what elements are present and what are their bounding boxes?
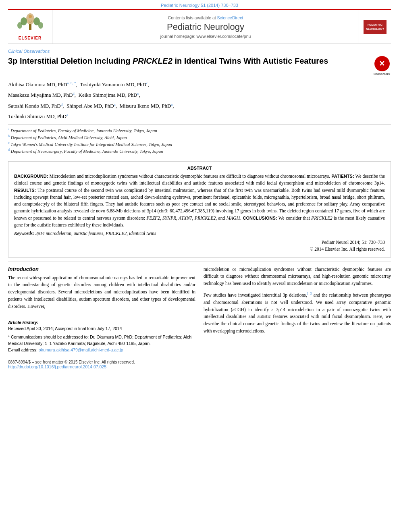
received-text: Received April 30, 2014; Accepted in fin… — [8, 326, 195, 332]
title-italic: PRICKLE2 — [133, 56, 172, 65]
authors-line-2: Masakazu Miyajima MD, PhDd, Keiko Shimoj… — [8, 91, 391, 100]
affil-c: c Tokyo Women's Medical University Insti… — [8, 141, 391, 148]
elsevier-tree-icon — [14, 13, 46, 34]
author-8: Toshiaki Shimizu MD, PhDa — [8, 113, 68, 119]
genes-and: and — [217, 216, 227, 220]
elsevier-logo-block: ELSEVIER — [8, 10, 52, 44]
author-3: Masakazu Miyajima MD, PhDd, — [8, 92, 77, 98]
conclusions-label: CONCLUSIONS: — [243, 216, 277, 220]
intro-p3-cont: and the relationship between phenotypes … — [204, 293, 391, 333]
col-left: Introduction The recent widespread appli… — [8, 266, 195, 370]
citation-text: Pediatric Neurology 51 (2014) 730–733 — [161, 3, 238, 8]
footer-bottom: 0887-8994/$ – see front matter © 2015 El… — [8, 358, 195, 369]
journal-banner: ELSEVIER Contents lists available at Sci… — [8, 9, 391, 44]
author-4: Keiko Shimojima MD, PhDc, — [79, 92, 140, 98]
author-2: Toshiyuki Yamamoto MD, PhDc, — [80, 81, 149, 87]
introduction-heading: Introduction — [8, 266, 195, 272]
affiliations-block: a Department of Pediatrics, Faculty of M… — [8, 124, 391, 158]
authors-line-3: Satoshi Kondo MD, PhDd, Shinpei Abe MD, … — [8, 101, 391, 110]
communications-text: * Communications should be addressed to:… — [8, 334, 195, 347]
genes-last: MAGI1. — [227, 216, 241, 220]
pn-logo-line2: NEUROLOGY — [366, 27, 384, 31]
conclusions-text: We consider that — [277, 216, 311, 220]
svg-point-5 — [38, 22, 43, 29]
abstract-title: ABSTRACT — [14, 166, 385, 170]
svg-point-6 — [29, 15, 32, 18]
keywords-label: Keywords: — [14, 231, 34, 236]
citation-line1: Pediatr Neurol 2014; 51: 730–733 — [14, 239, 385, 246]
doi-link: http://dx.doi.org/10.1016/j.pediatrneuro… — [8, 364, 195, 369]
author-7: Mitsuru Ikeno MD, PhDa, — [119, 103, 174, 109]
author-6: Shinpei Abe MD, PhDa, — [66, 103, 118, 109]
affil-a: a Department of Pediatrics, Faculty of M… — [8, 127, 391, 134]
abstract-section: ABSTRACT BACKGROUND: Microdeletion and m… — [8, 161, 391, 258]
svg-rect-1 — [29, 24, 31, 30]
keywords-text: 3p14 microdeletion, autistic features, P… — [35, 231, 156, 236]
divider — [8, 262, 391, 262]
authors-line-4: Toshiaki Shimizu MD, PhDa — [8, 112, 391, 121]
genes-italic: FEZF2, SYNPR, ATXN7, PRICKLE2, — [147, 216, 217, 220]
title-before-italic: 3p Interstitial Deletion Including — [8, 56, 133, 65]
patients-label: PATIENTS: — [331, 174, 354, 179]
journal-citation-header: Pediatric Neurology 51 (2014) 730–733 — [0, 0, 399, 9]
title-after-italic: in Identical Twins With Autistic Feature… — [172, 56, 328, 65]
background-label: BACKGROUND: — [14, 174, 48, 179]
results-label: RESULTS: — [14, 188, 36, 193]
contents-text: Contents lists available at — [168, 15, 217, 20]
authors-line: Akihisa Okumura MD, PhDa, b, *, Toshiyuk… — [8, 80, 391, 89]
pn-logo-box: PEDIATRIC NEUROLOGY — [364, 20, 387, 34]
paper-body: Clinical Observations 3p Interstitial De… — [8, 44, 391, 374]
citation-line2: © 2014 Elsevier Inc. All rights reserved… — [14, 246, 385, 253]
svg-point-4 — [17, 22, 22, 29]
journal-url: journal homepage: www.elsevier.com/locat… — [160, 34, 251, 39]
paper-title: 3p Interstitial Deletion Including PRICK… — [8, 56, 391, 76]
article-history-label: Article History: — [8, 320, 195, 326]
keywords-line: Keywords: 3p14 microdeletion, autistic f… — [14, 231, 385, 236]
intro-para3-right: Few studies have investigated interstiti… — [204, 291, 391, 335]
background-text: Microdeletion and microduplication syndr… — [48, 174, 330, 179]
elsevier-name-text: ELSEVIER — [19, 36, 42, 40]
title-text: 3p Interstitial Deletion Including PRICK… — [8, 56, 373, 66]
intro-p3-start: Few studies have investigated interstiti… — [204, 293, 307, 297]
sciencedirect-link[interactable]: ScienceDirect — [217, 15, 243, 20]
intro-para2-right: microdeletion or microduplication syndro… — [204, 266, 391, 287]
citation-block: Pediatr Neurol 2014; 51: 730–733 © 2014 … — [14, 239, 385, 253]
col-right: microdeletion or microduplication syndro… — [204, 266, 391, 370]
section-label: Clinical Observations — [8, 49, 391, 54]
author-1: Akihisa Okumura MD, PhDa, b, *, — [8, 81, 79, 87]
conclusions-italic: PRICKLE2 — [311, 216, 332, 220]
contents-available-line: Contents lists available at ScienceDirec… — [168, 15, 243, 20]
email-line: E-mail address: okumura.akihisa.479@mail… — [8, 347, 195, 353]
crossmark-label: CrossMark — [373, 72, 391, 76]
crossmark-icon: ✕ — [374, 56, 390, 71]
doi-anchor[interactable]: http://dx.doi.org/10.1016/j.pediatrneuro… — [8, 364, 106, 369]
pn-logo-line1: PEDIATRIC — [366, 23, 384, 27]
author-5: Satoshi Kondo MD, PhDd, — [8, 103, 65, 109]
issn-text: 0887-8994/$ – see front matter © 2015 El… — [8, 360, 195, 364]
abstract-body: BACKGROUND: Microdeletion and microdupli… — [14, 173, 385, 229]
journal-title-block: Contents lists available at ScienceDirec… — [52, 10, 359, 44]
intro-p3-sup: 1–3 — [307, 292, 312, 295]
footer-box: Article History: Received April 30, 2014… — [8, 317, 195, 353]
intro-para1: The recent widespread application of chr… — [8, 274, 195, 310]
email-label: E-mail address: — [8, 347, 39, 352]
pn-logo-block: PEDIATRIC NEUROLOGY — [359, 10, 391, 44]
affil-d: d Department of Neurosurgery, Faculty of… — [8, 148, 391, 154]
email-link[interactable]: okumura.akihisa.479@mail.aichi-med-u.ac.… — [39, 347, 123, 352]
introduction-section: Introduction The recent widespread appli… — [8, 266, 391, 370]
crossmark-block: ✕ CrossMark — [373, 56, 391, 76]
journal-main-title: Pediatric Neurology — [167, 22, 244, 32]
affil-b: b Department of Pediatrics, Aichi Medica… — [8, 134, 391, 141]
